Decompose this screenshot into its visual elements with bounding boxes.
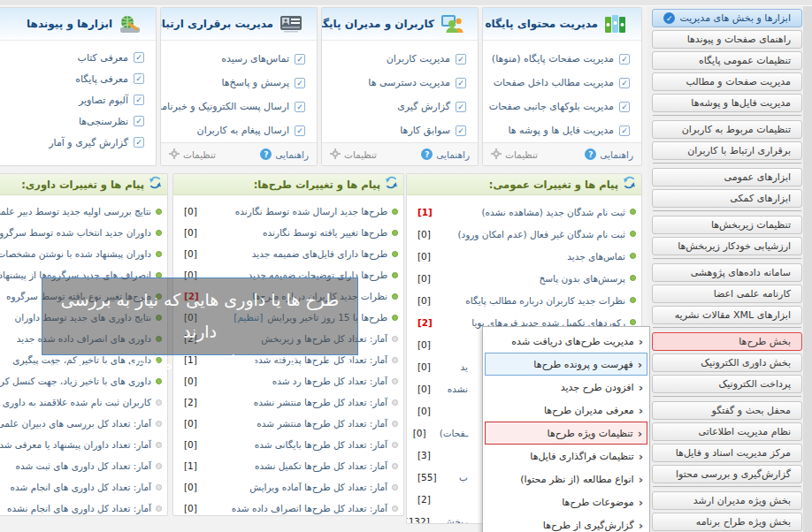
feed-row[interactable]: کاربران ثبت نام شده علاقمند به داوری [0, 391, 167, 413]
sidebar-item[interactable]: بخش داوری الکترونیک [652, 353, 802, 372]
sidebar-item[interactable]: گزارش‌گیری و بررسی محتوا [652, 465, 802, 483]
checkbox-icon: ✓ [134, 95, 144, 105]
settings-link[interactable]: تنظیمات [169, 148, 216, 161]
help-link[interactable]: راهنمایی ? [421, 148, 470, 160]
sidebar-item[interactable]: نظام مدیریت اطلاعاتی [652, 422, 802, 441]
feed-row[interactable]: آمار: تعداد کل طرح‌ها منتشر نشده [2] [173, 391, 403, 413]
feed-row[interactable]: پرسش‌های بدون پاسخ [0] [407, 267, 641, 289]
status-dot-icon [156, 399, 162, 406]
submenu-item[interactable]: ‹ تنظیمات فراگذاری فایل‌ها [485, 445, 647, 467]
sidebar-item[interactable]: ابزارهای عمومی [652, 168, 802, 186]
menu-link[interactable]: ✓ گزارش گیری [322, 95, 478, 118]
menu-link[interactable]: ✓ معرفی پایگاه [0, 68, 156, 89]
sidebar-item[interactable]: بخش ویژه مدیران ارشد [652, 491, 802, 510]
sidebar-item[interactable]: ابزارها و بخش های مدیریت ✓ [652, 9, 802, 27]
feed-row[interactable]: آمار: تعداد کل طرح‌ها آماده ویرایش [0] [173, 476, 403, 498]
status-dot-icon [392, 399, 398, 406]
feed-row[interactable]: داوران پیشنهاد شده با نوشتن مشخصات [0, 243, 167, 264]
feed-row[interactable]: آمار: تعداد کل طرح‌ها بایگانی شده [0] [173, 434, 403, 455]
submenu-item[interactable]: ‹ معرفی مدیران طرح‌ها [485, 399, 647, 422]
menu-link[interactable]: ✓ معرفی کتاب [0, 47, 156, 68]
menu-link[interactable]: ✓ مدیریت دسترسی ها [322, 71, 478, 95]
submenu-item[interactable]: ‹ افزودن طرح جدید [485, 376, 647, 399]
sidebar-item-label: محفل بحث و گفتگو [711, 405, 791, 416]
sidebar-item[interactable] [653, 396, 801, 398]
feed-row[interactable]: ثبت نام شدگان غیر فعال (عدم امکان ورود) … [407, 223, 641, 245]
feed-row[interactable]: نظرات جدید کاربران درباره مطالب پایگاه [… [407, 289, 641, 311]
status-dot-icon [156, 209, 162, 215]
sidebar-item[interactable]: ارزشیابی خودکار زیربخش‌ها [652, 237, 802, 255]
sidebar-item[interactable]: ابزارهای کمکی [652, 189, 802, 208]
menu-link[interactable]: ✓ مدیریت بلوکهای جانبی صفحات [483, 95, 641, 118]
feed-row[interactable]: آمار: تعداد کل طرح‌ها انصراف داده شده [0… [173, 498, 403, 516]
settings-link[interactable]: تنظیمات [491, 148, 538, 161]
feed-row[interactable]: داوران جدید انتخاب شده توسط سرگروه [0, 222, 167, 243]
sidebar-item[interactable]: پرداخت الکترونیک [652, 375, 802, 393]
sidebar-item[interactable] [653, 115, 801, 117]
feed-row[interactable]: آمار: تعداد داوران پیشنهاد یا معرفی شده [0, 434, 167, 455]
menu-link[interactable]: ✓ گزارش گیری و آمار [0, 132, 156, 153]
feed-row[interactable]: آمار: تعداد کل بررسی های دبیران علمی [0, 413, 167, 434]
submenu-item[interactable]: ‹ مدیریت طرح‌های دریافت شده [485, 330, 647, 353]
sidebar-item[interactable]: تنظیمات عمومی پایگاه [652, 51, 802, 70]
question-icon: ? [260, 148, 272, 160]
sidebar-item[interactable]: تنظیمات زیربخش‌ها [652, 216, 802, 234]
sidebar-item[interactable]: ابزارهای XML مقالات نشریه [652, 306, 802, 324]
sidebar-item[interactable] [653, 327, 801, 329]
sidebar-item[interactable]: سامانه داده‌های پژوهشی [652, 263, 802, 282]
submenu-item[interactable]: ‹ فهرست و پرونده طرح‌ها [485, 353, 647, 376]
sidebar-item[interactable] [653, 486, 801, 488]
menu-link[interactable]: ✓ مدیریت صفحات پایگاه (منوها) [483, 47, 641, 71]
feed-row[interactable]: ثبت نام شدگان جدید (مشاهده نشده) [1] [407, 201, 641, 223]
sidebar-item-label: کارنامه علمی اعضا [714, 288, 791, 300]
sidebar-item[interactable]: بخش طرح‌ها [652, 332, 802, 351]
sidebar-item[interactable]: کارنامه علمی اعضا [652, 285, 802, 303]
menu-link[interactable]: ✓ تماس‌های رسیده [161, 47, 317, 71]
feed-row[interactable]: آمار: تعداد کل داوری های انجام نشده [0, 498, 167, 516]
sidebar-item[interactable]: مدیریت صفحات و مطالب [652, 72, 802, 91]
sidebar-item[interactable] [653, 258, 801, 260]
sidebar-item[interactable]: مدیریت فایل‌ها و پوشه‌ها [652, 94, 802, 112]
feed-row[interactable]: طرح‌ها تغییر یافته توسط نگارنده [0] [173, 222, 403, 243]
menu-link[interactable]: ✓ سوابق کارها [322, 118, 478, 142]
submenu-item[interactable]: ‹ گزارش‌گیری از طرح‌ها [485, 513, 647, 532]
sidebar-item[interactable]: برقراری ارتباط با کاربران [652, 141, 802, 160]
sidebar-item[interactable]: مرکز مدیریت اسناد و فایل‌ها [652, 444, 802, 462]
submenu-item[interactable]: ‹ انواع مطالعه (از نظر محتوا) [485, 467, 647, 490]
sidebar-item[interactable]: محفل بحث و گفتگو [652, 401, 802, 420]
feed-row[interactable]: تماس‌های جدید [0] [407, 245, 641, 267]
feed-row[interactable]: آمار: تعداد کل داوری های ثبت شده [0, 455, 167, 476]
chevron-left-icon: ‹ [639, 474, 643, 485]
menu-link[interactable]: ✓ پرسش و پاسخ‌ها [161, 71, 317, 95]
status-dot-icon [630, 275, 636, 281]
feed-row-count: [0] [417, 339, 431, 350]
checkbox-icon: ✓ [619, 125, 630, 136]
feed-row[interactable]: نتایج بررسی اولیه جدید توسط دبیر علمی [0, 201, 167, 222]
menu-link[interactable]: ✓ نظرسنجی‌ها [0, 110, 156, 132]
help-link[interactable]: راهنمایی ? [585, 148, 633, 160]
status-dot-icon [156, 505, 162, 512]
menu-link[interactable]: ✓ آلبوم تصاویر [0, 89, 156, 110]
feed-row[interactable]: طرح‌ها دارای فایل‌های ضمیمه جدید [0] [173, 243, 403, 264]
help-link[interactable]: راهنمایی ? [260, 148, 309, 160]
menu-link[interactable]: ✓ ارسال پیغام به کاربران [161, 118, 317, 142]
menu-link[interactable]: ✓ مدیریت فایل ها و پوشه ها [483, 118, 641, 142]
feed-row[interactable]: آمار: تعداد کل داوری های انجام شده [0, 476, 167, 498]
refresh-icon [623, 176, 636, 193]
feed-row[interactable]: آمار: تعداد کل طرح‌ها منتشر شده [0] [173, 413, 403, 434]
sidebar-item[interactable]: تنظیمات مربوط به کاربران [652, 120, 802, 139]
menu-link[interactable]: ✓ مدیریت کاربران [322, 47, 478, 71]
feed-row[interactable]: آمار: تعداد کل طرح‌ها تکمیل نشده [1] [173, 455, 403, 476]
sidebar-item[interactable] [653, 163, 801, 164]
submenu-item[interactable]: ‹ موضوعات طرح‌ها [485, 490, 647, 513]
feed-row[interactable]: طرح‌ها جدید ارسال شده توسط نگارنده [0] [173, 201, 403, 222]
menu-link[interactable]: ✓ ارسال پست الکترونیک و خبرنامه [161, 95, 317, 118]
scrollbar-track[interactable] [803, 6, 812, 532]
sidebar-item[interactable]: بخش ویژه طراح برنامه [652, 513, 802, 531]
menu-link[interactable]: ✓ مدیریت مطالب داخل صفحات [483, 71, 641, 95]
settings-link[interactable]: تنظیمات [330, 148, 377, 161]
submenu-item[interactable]: ‹ تنظیمات ویژه طرح‌ها [485, 422, 647, 445]
sidebar-item[interactable]: راهنمای صفحات و پیوندها [652, 30, 802, 49]
menu-link-label: مدیریت بلوکهای جانبی صفحات [489, 101, 614, 112]
sidebar-item[interactable] [653, 210, 801, 212]
